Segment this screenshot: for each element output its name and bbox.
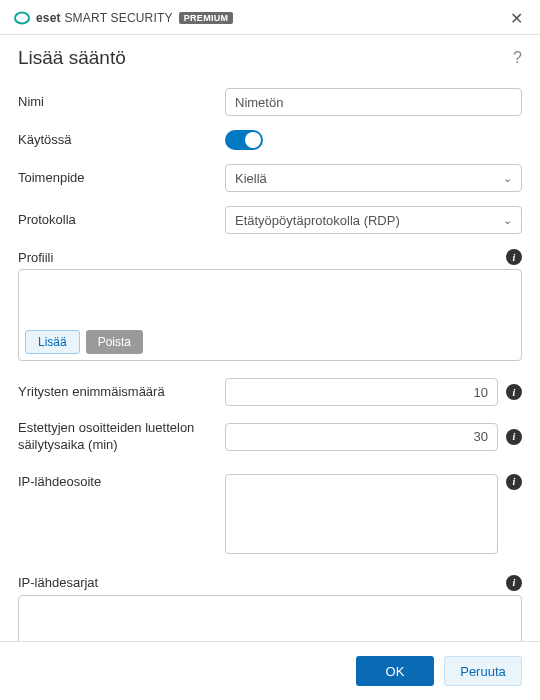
profile-listbox-container: Lisää Poista (18, 269, 522, 361)
info-icon[interactable]: i (506, 474, 522, 490)
action-label: Toimenpide (18, 170, 213, 187)
eset-logo-icon (14, 10, 30, 26)
info-icon[interactable]: i (506, 249, 522, 265)
page-title: Lisää sääntö (18, 47, 126, 69)
ip-source-textarea[interactable] (225, 474, 498, 554)
ip-ranges-label: IP-lähdesarjat (18, 575, 98, 590)
brand-tier-badge: PREMIUM (179, 12, 234, 24)
close-icon: ✕ (510, 10, 523, 27)
ok-button[interactable]: OK (356, 656, 434, 686)
toggle-knob (245, 132, 261, 148)
enabled-toggle[interactable] (225, 130, 263, 150)
protocol-select[interactable]: Etätyöpöytäprotokolla (RDP) ⌄ (225, 206, 522, 234)
ip-source-label: IP-lähdeosoite (18, 474, 213, 491)
brand: eset SMART SECURITY PREMIUM (14, 10, 233, 26)
name-label: Nimi (18, 94, 213, 111)
svg-point-0 (15, 13, 29, 24)
brand-text: eset SMART SECURITY (36, 11, 173, 25)
name-input[interactable] (225, 88, 522, 116)
profile-remove-button[interactable]: Poista (86, 330, 143, 354)
info-icon[interactable]: i (506, 575, 522, 591)
block-retention-input[interactable] (225, 423, 498, 451)
protocol-label: Protokolla (18, 212, 213, 229)
ip-ranges-listbox-container: Lisää Poista (18, 595, 522, 641)
max-attempts-input[interactable] (225, 378, 498, 406)
cancel-button[interactable]: Peruuta (444, 656, 522, 686)
action-select[interactable]: Kiellä ⌄ (225, 164, 522, 192)
help-icon[interactable]: ? (513, 49, 522, 67)
enabled-label: Käytössä (18, 132, 213, 149)
block-retention-label: Estettyjen osoitteiden luettelon säilyty… (18, 420, 213, 454)
info-icon[interactable]: i (506, 429, 522, 445)
chevron-down-icon: ⌄ (503, 214, 512, 227)
action-selected-value: Kiellä (235, 171, 267, 186)
profile-label: Profiili (18, 250, 53, 265)
profile-listbox[interactable] (25, 276, 515, 324)
protocol-selected-value: Etätyöpöytäprotokolla (RDP) (235, 213, 400, 228)
ip-ranges-listbox[interactable] (25, 602, 515, 641)
close-button[interactable]: ✕ (502, 6, 530, 30)
profile-add-button[interactable]: Lisää (25, 330, 80, 354)
info-icon[interactable]: i (506, 384, 522, 400)
chevron-down-icon: ⌄ (503, 172, 512, 185)
max-attempts-label: Yritysten enimmäismäärä (18, 384, 213, 401)
